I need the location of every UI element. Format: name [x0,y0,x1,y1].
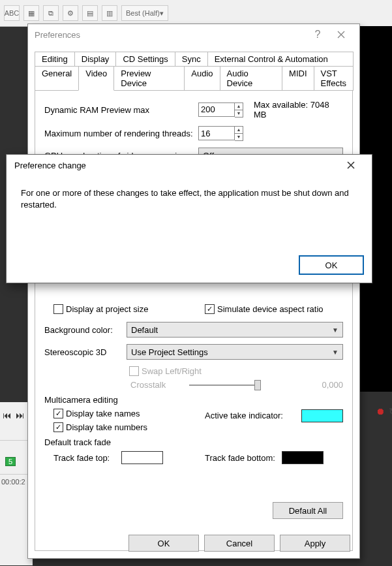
spin-down-icon[interactable]: ▼ [235,134,243,140]
threads-label: Maximum number of rendering threads: [44,129,198,138]
preferences-tabs: Editing Display CD Settings Sync Externa… [35,52,353,90]
fade-top-color[interactable] [121,451,163,464]
active-take-label: Active take indicator: [205,411,295,420]
spin-down-icon[interactable]: ▼ [235,110,243,117]
display-project-size-label: Display at project size [66,304,148,314]
simulate-aspect-checkbox[interactable]: ✓ [205,304,215,314]
toolbar-button[interactable]: ⚙ [63,5,78,21]
cancel-button[interactable]: Cancel [204,535,275,552]
bg-color-combo[interactable]: Default ▼ [127,322,343,338]
toolbar-button[interactable]: ABC [4,5,20,21]
record-icon[interactable]: ⏺ [376,406,385,417]
tab-cd-settings[interactable]: CD Settings [115,52,175,67]
take-names-label: Display take names [66,409,140,418]
bg-color-value: Default [131,325,158,335]
tab-editing[interactable]: Editing [35,52,75,67]
fade-bottom-color[interactable] [282,451,324,464]
toolbar-button[interactable]: ⧉ [43,5,59,21]
spin-up-icon[interactable]: ▲ [235,127,243,134]
crosstalk-label: Crosstalk [130,380,166,390]
crosstalk-slider [189,385,261,386]
simulate-aspect-label: Simulate device aspect ratio [217,304,324,314]
ram-preview-input[interactable]: ▲▼ [198,102,243,118]
spin-up-icon[interactable]: ▲ [235,103,243,110]
max-available-label: Max available: 7048 MB [254,100,343,119]
ok-button[interactable]: OK [128,535,199,552]
skip-start-icon[interactable]: ⏮ [3,410,12,420]
fade-bottom-label: Track fade bottom: [205,453,275,463]
quality-dropdown[interactable]: Best (Half) ▾ [121,5,168,21]
stereo-value: Use Project Settings [131,347,208,357]
right-transport: ⏺ ↻ ⏻ ⏭ [376,406,392,417]
help-button[interactable]: ? [306,25,329,44]
chevron-down-icon: ▼ [332,326,339,334]
threads-input[interactable]: ▲▼ [198,126,243,141]
crosstalk-value: 0,000 [322,380,343,390]
ram-spinner[interactable]: ▲▼ [235,102,243,118]
skip-end-icon[interactable]: ⏭ [16,410,25,420]
preferences-title: Preferences [35,30,306,40]
toolbar-button[interactable]: ▤ [82,5,98,21]
display-project-size-checkbox[interactable] [53,304,63,314]
tab-audio[interactable]: Audio [184,66,220,91]
default-fade-legend: Default track fade [44,437,343,447]
loop-icon[interactable]: ↻ [389,406,392,417]
tab-external-control[interactable]: External Control & Automation [207,52,354,67]
close-icon [347,161,355,169]
tab-display[interactable]: Display [74,52,117,67]
ram-preview-field[interactable] [198,102,235,117]
close-button[interactable] [329,25,353,44]
toolbar-button[interactable]: ▦ [23,5,39,21]
preferences-titlebar: Preferences ? [28,24,359,45]
preferences-window: Preferences ? Editing Display CD Setting… [27,24,360,559]
toolbar-button[interactable]: ▥ [102,5,117,21]
tab-audio-device[interactable]: Audio Device [220,66,282,91]
tab-vst-effects[interactable]: VST Effects [314,66,354,91]
app-toolbar: ABC ▦ ⧉ ⚙ ▤ ▥ Best (Half) ▾ [0,0,392,27]
slider-thumb [254,380,261,390]
take-numbers-checkbox[interactable]: ✓ [53,422,63,432]
multicam-legend: Multicamera editing [44,395,343,405]
stereo-combo[interactable]: Use Project Settings ▼ [127,344,343,360]
chevron-down-icon: ▼ [332,349,339,356]
tab-video[interactable]: Video [78,66,114,91]
tab-midi[interactable]: MIDI [282,66,314,91]
dialog-close-button[interactable] [338,156,364,174]
dialog-ok-button[interactable]: OK [299,255,364,275]
fade-top-label: Track fade top: [53,453,110,463]
tab-sync[interactable]: Sync [175,52,208,67]
swap-lr-label: Swap Left/Right [142,366,202,376]
threads-spinner[interactable]: ▲▼ [235,126,243,141]
apply-button[interactable]: Apply [280,535,350,552]
ram-preview-label: Dynamic RAM Preview max [44,105,198,115]
swap-lr-checkbox [129,366,139,376]
tab-preview-device[interactable]: Preview Device [113,66,185,91]
take-numbers-label: Display take numbers [66,422,147,432]
bg-color-label: Background color: [44,325,127,335]
dialog-title: Preference change [14,161,338,170]
default-all-button[interactable]: Default All [273,502,343,519]
tab-general[interactable]: General [35,66,79,91]
take-names-checkbox[interactable]: ✓ [53,409,63,418]
stereo-label: Stereoscopic 3D [44,347,127,357]
close-icon [337,31,345,39]
threads-field[interactable] [198,126,235,140]
active-take-color[interactable] [301,409,343,422]
dialog-message: For one or more of these changes to take… [21,187,357,211]
timeline-marker[interactable]: 5 [5,457,16,466]
preference-change-dialog: Preference change For one or more of the… [6,154,372,283]
